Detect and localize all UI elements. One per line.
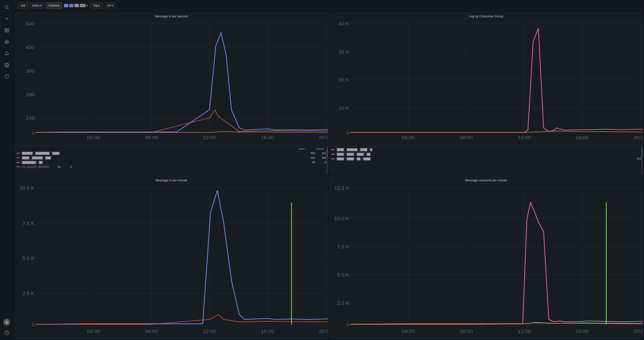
swatch-light bbox=[74, 4, 79, 7]
topic-button[interactable]: Topic bbox=[90, 2, 103, 9]
topic-dropdown-arrow: ▾ bbox=[112, 4, 113, 7]
instance-button[interactable]: Instance bbox=[46, 2, 62, 9]
svg-text:16:00: 16:00 bbox=[576, 135, 589, 140]
svg-line-1 bbox=[8, 8, 8, 9]
chart-msg-per-second: 500 400 300 200 100 0 04:00 08:00 12:00 … bbox=[15, 19, 328, 146]
svg-text:0: 0 bbox=[32, 130, 34, 135]
bell-icon[interactable] bbox=[4, 50, 10, 57]
gear-icon[interactable] bbox=[4, 62, 10, 68]
lbl-block-5: ██████ bbox=[31, 156, 44, 160]
lag-lbl-1: ████ bbox=[336, 148, 345, 151]
svg-text:20 K: 20 K bbox=[339, 78, 350, 82]
legend-lag: ████ ██████ ████ █ ████ ████ ████ bbox=[330, 146, 643, 175]
svg-text:12:00: 12:00 bbox=[203, 328, 216, 334]
legend-row-3: ████████ ██ 99 0 bbox=[17, 160, 326, 165]
panel-title-msg-consume: Message consume per minute bbox=[330, 176, 643, 183]
legend-current-label: current bbox=[316, 147, 324, 150]
svg-text:7.5 K: 7.5 K bbox=[22, 220, 35, 226]
help-icon[interactable] bbox=[4, 330, 10, 336]
lag-lbl-3: ████ bbox=[359, 148, 368, 151]
legend-dot-blue bbox=[17, 153, 20, 154]
legend-val-cur-4: 0 bbox=[62, 166, 72, 168]
legend-val-cur-2: 100 bbox=[316, 156, 326, 159]
legend-max-label[interactable]: max ∨ bbox=[298, 147, 306, 150]
svg-text:500: 500 bbox=[26, 22, 34, 26]
compass-icon[interactable] bbox=[4, 38, 10, 45]
instance-dropdown-arrow: ▾ bbox=[86, 4, 88, 7]
job-button[interactable]: Job bbox=[17, 2, 28, 9]
svg-marker-9 bbox=[6, 41, 8, 43]
svg-rect-6 bbox=[5, 31, 6, 32]
legend-val-max-4: 50 bbox=[51, 166, 60, 168]
plus-icon[interactable] bbox=[4, 16, 10, 22]
legend-lag-label-1: ████ ██████ ████ █ bbox=[336, 148, 641, 151]
shield-icon[interactable] bbox=[4, 73, 10, 80]
svg-text:10.0 K: 10.0 K bbox=[20, 185, 35, 190]
chart-msg-per-minute: 10.0 K 7.5 K 5.0 K 2.5 K 0 04:00 08:00 1… bbox=[15, 183, 328, 339]
svg-text:5.0 K: 5.0 K bbox=[22, 255, 35, 261]
job-selector[interactable]: kafka ▾ bbox=[30, 3, 44, 8]
svg-text:12.5 K: 12.5 K bbox=[334, 185, 350, 190]
toolbar: Job kafka ▾ Instance ▾ Topic All ▾ bbox=[14, 0, 644, 11]
panel-title-lag: Lag by Consumer Group bbox=[330, 12, 643, 19]
svg-text:20:00: 20:00 bbox=[319, 135, 328, 140]
svg-text:2.5 K: 2.5 K bbox=[337, 300, 350, 306]
svg-point-11 bbox=[6, 321, 8, 322]
legend-lag-row-2: ████ ████ ████ ██ bbox=[332, 152, 641, 156]
svg-text:5.0 K: 5.0 K bbox=[337, 272, 350, 277]
instance-swatches[interactable]: ▾ bbox=[64, 4, 88, 7]
swatch-gray bbox=[69, 4, 74, 7]
svg-text:04:00: 04:00 bbox=[87, 328, 100, 334]
topic-value: All bbox=[107, 4, 110, 7]
legend-val-cur-3: 0 bbox=[316, 161, 326, 164]
swatch-blue bbox=[64, 4, 68, 7]
job-dropdown-arrow: ▾ bbox=[40, 4, 42, 7]
svg-text:0: 0 bbox=[346, 130, 349, 135]
svg-text:10 K: 10 K bbox=[339, 106, 350, 110]
lag-lbl-10: ████ bbox=[346, 157, 355, 160]
legend-lag-scrollbar[interactable] bbox=[641, 147, 642, 174]
lag-lbl-12: ████ bbox=[362, 157, 372, 160]
legend-row-2: ████ ██████ ███ 100 100 bbox=[17, 156, 326, 160]
svg-text:20:00: 20:00 bbox=[634, 328, 643, 334]
grid-icon[interactable] bbox=[4, 27, 10, 34]
svg-text:10.0 K: 10.0 K bbox=[334, 216, 350, 221]
legend-lag-label-2: ████ ████ ████ ██ bbox=[336, 153, 641, 156]
panel-lag-consumer: Lag by Consumer Group 40 K 30 K bbox=[329, 12, 643, 175]
svg-text:2.5 K: 2.5 K bbox=[22, 290, 35, 296]
svg-text:16:00: 16:00 bbox=[576, 328, 589, 334]
job-value: kafka bbox=[32, 4, 39, 7]
lag-lbl-11: ██ bbox=[356, 157, 362, 160]
svg-point-0 bbox=[5, 6, 8, 8]
legend-label-4: CM_GROUP_MEMBER bbox=[21, 166, 50, 168]
svg-rect-4 bbox=[5, 29, 6, 30]
svg-text:08:00: 08:00 bbox=[460, 328, 473, 334]
legend-val-max-3: 99 bbox=[305, 161, 315, 164]
topic-selector[interactable]: All ▾ bbox=[105, 3, 115, 8]
legend-label-1: ██████ ████████ ████ bbox=[21, 152, 304, 155]
scrollbar-lag-thumb bbox=[641, 147, 642, 158]
svg-point-8 bbox=[5, 40, 8, 44]
svg-rect-5 bbox=[7, 29, 8, 30]
lag-lbl-5: ████ bbox=[336, 153, 345, 156]
legend-scrollbar[interactable] bbox=[326, 147, 328, 174]
chart-lag: 40 K 30 K 20 K 10 K 0 04:00 08:00 12:00 … bbox=[330, 19, 643, 146]
legend-msg-per-second: max ∨ current ██████ ████████ ████ 405 1… bbox=[15, 146, 328, 175]
lag-lbl-7: ████ bbox=[356, 153, 365, 156]
legend-val-max-1: 405 bbox=[305, 152, 315, 154]
main-content: Job kafka ▾ Instance ▾ Topic All ▾ Messa… bbox=[14, 0, 644, 340]
legend-row-4: CM_GROUP_MEMBER 50 0 bbox=[17, 165, 326, 169]
panel-msg-per-second: Message in per second bbox=[14, 12, 328, 175]
svg-text:12:00: 12:00 bbox=[518, 135, 531, 140]
legend-lag-label-3: ████ ████ ██ ████ bbox=[336, 157, 630, 160]
search-icon[interactable] bbox=[4, 4, 10, 10]
svg-text:04:00: 04:00 bbox=[402, 135, 415, 140]
legend-lag-dot-1 bbox=[332, 149, 334, 150]
panel-msg-per-minute: Message in per minute 10.0 K 7.5 bbox=[14, 176, 328, 339]
lbl-block-1: ██████ bbox=[21, 152, 34, 155]
avatar[interactable] bbox=[4, 319, 10, 326]
legend-val-max-2: 100 bbox=[305, 156, 315, 159]
legend-row-1: ██████ ████████ ████ 405 151 bbox=[17, 151, 326, 156]
legend-dot-red2 bbox=[17, 166, 20, 167]
svg-text:12:00: 12:00 bbox=[518, 328, 531, 334]
